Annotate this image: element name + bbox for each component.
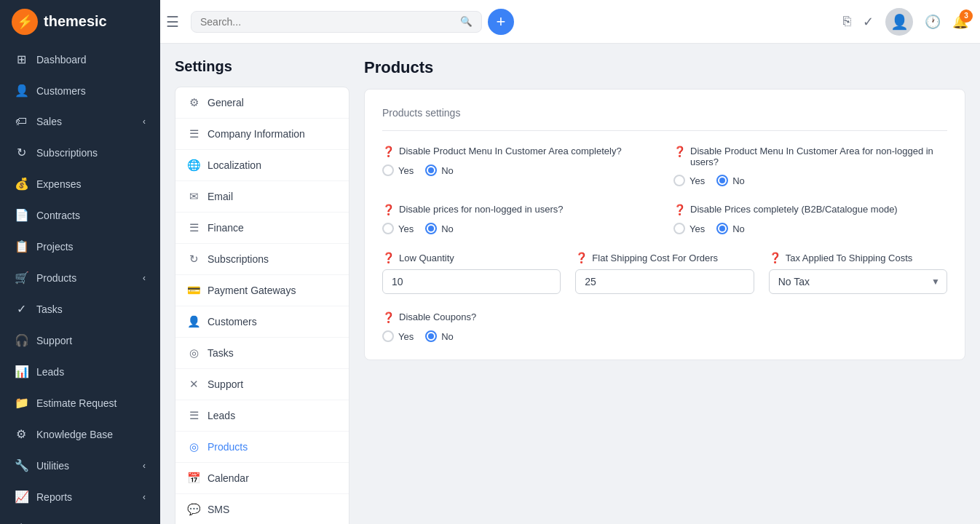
no-label-3: No bbox=[441, 223, 454, 234]
radio-no-5[interactable] bbox=[425, 330, 437, 342]
finance-menu-icon: ☰ bbox=[187, 221, 200, 234]
contracts-icon: 📄 bbox=[15, 208, 28, 222]
sales-chevron: ‹ bbox=[143, 116, 146, 127]
disable-product-menu-yes[interactable]: Yes bbox=[382, 164, 414, 176]
sms-menu-icon: 💬 bbox=[187, 503, 200, 516]
logo-text: themesic bbox=[44, 13, 107, 30]
settings-menu-calendar[interactable]: 📅 Calendar bbox=[175, 463, 349, 494]
sidebar-item-knowledge-base[interactable]: ⚙ Knowledge Base bbox=[0, 418, 160, 450]
no-label-1: No bbox=[441, 165, 454, 176]
sidebar-item-products[interactable]: 🛒 Products ‹ bbox=[0, 262, 160, 293]
search-input[interactable] bbox=[200, 16, 460, 28]
sidebar-item-tasks[interactable]: ✓ Tasks bbox=[0, 293, 160, 325]
products-content: Products Products settings ❓ Disable Pro… bbox=[364, 58, 965, 509]
field-disable-prices-non-logged: ❓ Disable prices for non-logged in users… bbox=[382, 204, 656, 234]
settings-title: Settings bbox=[175, 58, 349, 75]
sidebar-item-contracts[interactable]: 📄 Contracts bbox=[0, 199, 160, 231]
sidebar-item-sales[interactable]: 🏷 Sales ‹ bbox=[0, 106, 160, 137]
subscriptions-icon: ↻ bbox=[15, 146, 28, 159]
hamburger-button[interactable]: ☰ bbox=[160, 10, 185, 33]
radio-no-3[interactable] bbox=[425, 223, 437, 234]
disable-prices-completely-text: Disable Prices completely (B2B/Catalogue… bbox=[690, 204, 898, 215]
settings-menu-payment-gateways[interactable]: 💳 Payment Gateways bbox=[175, 275, 349, 306]
sidebar-item-reports[interactable]: 📈 Reports ‹ bbox=[0, 481, 160, 512]
radio-yes-1[interactable] bbox=[382, 164, 394, 176]
leads-menu-label: Leads bbox=[208, 410, 235, 421]
layout: ⊞ Dashboard 👤 Customers 🏷 Sales ‹ ↻ Subs… bbox=[0, 44, 980, 524]
sidebar-label-reports: Reports bbox=[36, 491, 72, 503]
tax-applied-select[interactable]: No Tax Standard Tax Reduced Tax bbox=[769, 269, 947, 294]
check-button[interactable]: ✓ bbox=[863, 14, 874, 30]
yes-label-2: Yes bbox=[689, 175, 705, 186]
sidebar-label-estimate: Estimate Request bbox=[36, 397, 117, 409]
add-button[interactable]: + bbox=[488, 9, 514, 35]
radio-no-1[interactable] bbox=[425, 164, 437, 176]
yes-label-3: Yes bbox=[398, 223, 414, 234]
settings-menu-finance[interactable]: ☰ Finance bbox=[175, 213, 349, 244]
avatar-button[interactable]: 👤 bbox=[885, 8, 913, 36]
sidebar-item-utilities[interactable]: 🔧 Utilities ‹ bbox=[0, 450, 160, 481]
settings-menu-leads[interactable]: ☰ Leads bbox=[175, 400, 349, 432]
notification-button[interactable]: 🔔 3 bbox=[952, 14, 968, 30]
search-container: 🔍 bbox=[191, 11, 482, 33]
prices-completely-no[interactable]: No bbox=[716, 223, 745, 234]
prices-completely-yes[interactable]: Yes bbox=[673, 223, 705, 234]
settings-menu-products[interactable]: ◎ Products bbox=[175, 432, 349, 463]
sidebar-label-knowledge-base: Knowledge Base bbox=[36, 429, 113, 440]
non-logged-no[interactable]: No bbox=[716, 175, 745, 186]
sidebar-item-leads[interactable]: 📊 Leads bbox=[0, 356, 160, 387]
settings-menu-email[interactable]: ✉ Email bbox=[175, 181, 349, 213]
disable-product-menu-no[interactable]: No bbox=[425, 164, 454, 176]
sidebar-item-estimate-request[interactable]: 📁 Estimate Request bbox=[0, 387, 160, 418]
settings-menu-localization[interactable]: 🌐 Localization bbox=[175, 150, 349, 181]
products-menu-label: Products bbox=[208, 441, 248, 453]
products-icon: 🛒 bbox=[15, 271, 28, 285]
radio-yes-3[interactable] bbox=[382, 223, 394, 234]
card-section-title: Products settings bbox=[382, 107, 947, 131]
search-icon[interactable]: 🔍 bbox=[460, 16, 473, 27]
notification-badge: 3 bbox=[960, 9, 973, 23]
products-chevron: ‹ bbox=[143, 273, 146, 283]
settings-grid-top: ❓ Disable Product Menu In Customer Area … bbox=[382, 146, 947, 234]
knowledge-base-icon: ⚙ bbox=[15, 427, 28, 441]
non-logged-yes[interactable]: Yes bbox=[673, 175, 705, 186]
settings-menu-customers[interactable]: 👤 Customers bbox=[175, 306, 349, 338]
disable-prices-non-logged-radios: Yes No bbox=[382, 223, 656, 234]
topbar-actions: ☰ 🔍 + bbox=[160, 9, 843, 35]
radio-yes-2[interactable] bbox=[673, 175, 685, 186]
company-menu-icon: ☰ bbox=[187, 127, 200, 140]
coupons-yes[interactable]: Yes bbox=[382, 330, 414, 342]
field-low-quantity: ❓ Low Quantity bbox=[382, 252, 561, 294]
sidebar-item-projects[interactable]: 📋 Projects bbox=[0, 231, 160, 262]
prices-non-logged-no[interactable]: No bbox=[425, 223, 454, 234]
settings-menu-general[interactable]: ⚙ General bbox=[175, 87, 349, 119]
sidebar-item-expenses[interactable]: 💰 Expenses bbox=[0, 168, 160, 199]
radio-yes-5[interactable] bbox=[382, 330, 394, 342]
radio-no-2[interactable] bbox=[716, 175, 728, 186]
settings-menu-sms[interactable]: 💬 SMS bbox=[175, 494, 349, 524]
settings-menu-tasks[interactable]: ◎ Tasks bbox=[175, 338, 349, 369]
share-button[interactable]: ⎘ bbox=[843, 14, 851, 29]
disable-product-menu-non-logged-radios: Yes No bbox=[673, 175, 947, 186]
prices-non-logged-yes[interactable]: Yes bbox=[382, 223, 414, 234]
sidebar-label-contracts: Contracts bbox=[36, 210, 80, 221]
disable-product-menu-non-logged-text: Disable Product Menu In Customer Area fo… bbox=[690, 146, 947, 167]
low-quantity-input[interactable] bbox=[382, 269, 561, 294]
general-menu-label: General bbox=[208, 97, 244, 108]
help-icon-5: ❓ bbox=[382, 252, 395, 263]
flat-shipping-input[interactable] bbox=[575, 269, 754, 294]
topbar: ⚡ themesic ☰ 🔍 + ⎘ ✓ 👤 🕐 🔔 3 bbox=[0, 0, 980, 44]
sidebar-item-subscriptions[interactable]: ↻ Subscriptions bbox=[0, 137, 160, 168]
sidebar-item-customers[interactable]: 👤 Customers bbox=[0, 75, 160, 106]
settings-menu-company[interactable]: ☰ Company Information bbox=[175, 119, 349, 150]
sidebar-item-dashboard[interactable]: ⊞ Dashboard bbox=[0, 44, 160, 75]
history-button[interactable]: 🕐 bbox=[925, 14, 941, 30]
settings-menu-support[interactable]: ✕ Support bbox=[175, 369, 349, 400]
sidebar-item-support[interactable]: 🎧 Support bbox=[0, 325, 160, 356]
utilities-icon: 🔧 bbox=[15, 458, 28, 472]
sidebar-item-setup[interactable]: ⚙ Setup bbox=[0, 512, 160, 524]
coupons-no[interactable]: No bbox=[425, 330, 454, 342]
settings-menu-subscriptions[interactable]: ↻ Subscriptions bbox=[175, 244, 349, 275]
radio-no-4[interactable] bbox=[716, 223, 728, 234]
radio-yes-4[interactable] bbox=[673, 223, 685, 234]
